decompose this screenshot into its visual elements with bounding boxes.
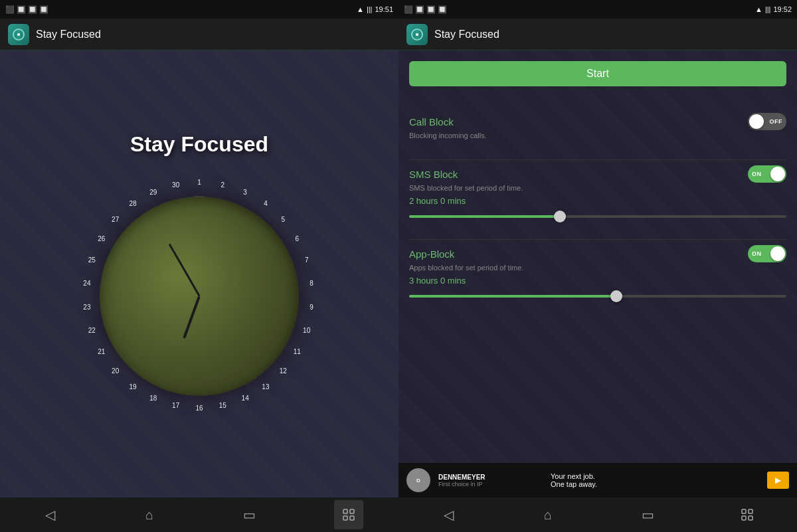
hour-hand <box>183 296 201 339</box>
sms-slider-fill <box>409 215 560 218</box>
right-wifi-icon: ▲ <box>755 5 762 13</box>
call-block-setting: Call Block OFF Blocking incoming calls. <box>409 113 786 143</box>
ad-cta-text: Your next job.One tap away. <box>551 472 759 488</box>
clock-number-1: 1 <box>193 179 206 186</box>
main-title: Stay Focused <box>130 132 268 157</box>
clock-number-3: 3 <box>238 189 252 196</box>
clock-hands <box>120 217 279 376</box>
left-status-icons: ⬛ 🔲 🔲 🔲 <box>5 5 48 14</box>
clock-number-28: 28 <box>126 200 139 207</box>
call-block-toggle-knob <box>749 114 764 129</box>
call-block-desc: Blocking incoming calls. <box>409 132 786 139</box>
right-signal-icon: ||| <box>765 5 771 13</box>
app-block-toggle-text: ON <box>752 250 762 257</box>
back-button-left[interactable]: ◁ <box>35 500 64 529</box>
right-panel: ⬛ 🔲 🔲 🔲 ▲ ||| 19:52 Stay Focused Start C… <box>398 0 797 532</box>
clock-number-20: 20 <box>109 367 122 375</box>
app-slider-fill <box>409 295 616 298</box>
sms-slider-track <box>409 215 786 218</box>
sms-block-header: SMS Block ON <box>409 165 786 183</box>
start-button-wrapper: Start <box>409 61 786 100</box>
svg-rect-2 <box>343 509 347 513</box>
call-block-header: Call Block OFF <box>409 113 786 130</box>
recent-button-right[interactable]: ▭ <box>633 500 662 529</box>
svg-point-1 <box>17 33 20 36</box>
screenshot-button-left[interactable] <box>334 500 363 529</box>
sms-block-setting: SMS Block ON SMS blocked for set period … <box>409 165 786 223</box>
clock-number-25: 25 <box>85 256 98 264</box>
ad-cta-button[interactable]: ▶ <box>767 472 789 489</box>
left-app-title: Stay Focused <box>36 29 101 41</box>
clock-number-13: 13 <box>259 383 272 391</box>
left-bottom-nav: ◁ ⌂ ▭ <box>0 497 398 532</box>
svg-rect-4 <box>343 516 347 520</box>
home-button-left[interactable]: ⌂ <box>135 500 164 529</box>
app-slider-thumb[interactable] <box>610 290 622 302</box>
ad-logo: D <box>406 468 430 492</box>
ad-banner: D DENNEMEYER First choice in IP Your nex… <box>398 463 797 497</box>
clock-number-9: 9 <box>305 304 318 311</box>
sms-block-toggle-knob <box>770 167 785 181</box>
app-slider-track <box>409 295 786 298</box>
left-app-icon <box>8 24 29 45</box>
recent-button-left[interactable]: ▭ <box>234 500 264 529</box>
app-block-header: App-Block ON <box>409 245 786 262</box>
clock-container: 1234567891011121314151617181920212223242… <box>80 177 319 416</box>
call-block-label: Call Block <box>409 116 454 128</box>
svg-rect-9 <box>749 509 753 513</box>
sms-block-toggle[interactable]: ON <box>748 165 786 183</box>
app-block-toggle-knob <box>770 246 785 261</box>
right-app-bar: Stay Focused <box>398 19 797 50</box>
app-block-toggle[interactable]: ON <box>748 245 786 262</box>
right-app-icon <box>406 24 428 45</box>
ad-text: DENNEMEYER First choice in IP <box>438 474 543 488</box>
clock-number-14: 14 <box>238 395 252 402</box>
clock-number-23: 23 <box>80 304 94 311</box>
left-app-bar: Stay Focused <box>0 19 398 50</box>
right-time: 19:52 <box>773 5 792 13</box>
left-status-right: ▲ ||| 19:51 <box>357 5 393 13</box>
app-block-time: 3 hours 0 mins <box>409 276 786 286</box>
clock-number-26: 26 <box>95 235 108 242</box>
left-status-bar: ⬛ 🔲 🔲 🔲 ▲ ||| 19:51 <box>0 0 398 19</box>
clock-number-29: 29 <box>147 189 160 196</box>
right-status-right: ▲ ||| 19:52 <box>755 5 792 13</box>
svg-rect-11 <box>749 516 753 520</box>
clock-number-17: 17 <box>169 402 183 409</box>
sms-block-desc: SMS blocked for set period of time. <box>409 184 786 192</box>
clock-number-16: 16 <box>193 404 206 412</box>
clock-number-8: 8 <box>305 280 318 287</box>
clock-number-27: 27 <box>109 216 122 223</box>
svg-rect-10 <box>742 516 746 520</box>
svg-rect-3 <box>350 509 354 513</box>
clock-number-4: 4 <box>259 200 272 207</box>
clock-number-7: 7 <box>300 256 313 264</box>
start-button[interactable]: Start <box>409 61 786 86</box>
clock-number-5: 5 <box>276 216 290 223</box>
clock-number-2: 2 <box>216 181 229 189</box>
minute-hand <box>168 243 200 296</box>
sms-block-toggle-text: ON <box>752 171 762 177</box>
ad-tagline: First choice in IP <box>438 481 543 488</box>
app-block-label: App-Block <box>409 248 454 260</box>
sms-block-time: 2 hours 0 mins <box>409 196 786 206</box>
clock-number-24: 24 <box>80 280 94 287</box>
left-main-content: Stay Focused 123456789101112131415161718… <box>0 50 398 497</box>
screenshot-button-right[interactable] <box>733 500 762 529</box>
call-block-toggle[interactable]: OFF <box>748 113 786 130</box>
right-bottom-nav: ◁ ⌂ ▭ <box>398 497 797 532</box>
clock-number-12: 12 <box>276 367 290 375</box>
right-app-title: Stay Focused <box>434 29 499 41</box>
clock-face <box>100 197 299 396</box>
right-main-content: Start Call Block OFF Blocking incoming c… <box>398 50 797 463</box>
divider-2 <box>409 239 786 240</box>
clock-number-21: 21 <box>95 348 108 355</box>
back-button-right[interactable]: ◁ <box>434 500 463 529</box>
sms-block-slider[interactable] <box>409 210 786 223</box>
app-block-setting: App-Block ON Apps blocked for set period… <box>409 245 786 303</box>
home-button-right[interactable]: ⌂ <box>533 500 563 529</box>
sms-slider-thumb[interactable] <box>554 211 566 222</box>
clock-number-30: 30 <box>169 181 183 189</box>
app-block-slider[interactable] <box>409 290 786 303</box>
ad-company: DENNEMEYER <box>438 474 543 481</box>
